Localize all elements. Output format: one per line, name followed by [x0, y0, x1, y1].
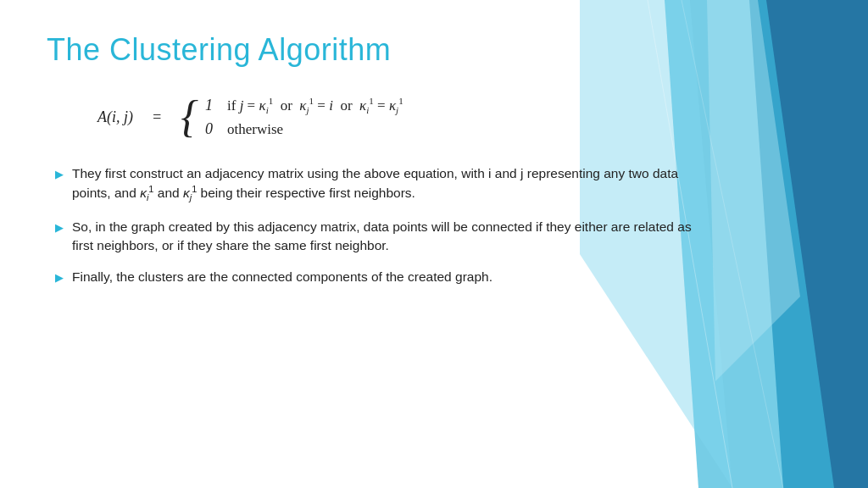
bullet-arrow-3	[55, 270, 64, 286]
bullet-text-2: So, in the graph created by this adjacen…	[72, 218, 699, 256]
bullet-arrow-2	[55, 220, 64, 236]
case-row-1: 1 if j = κi1 or κj1 = i or κi1 = κj1	[205, 96, 403, 115]
bullet-list: They first construct an adjacency matrix…	[47, 164, 821, 286]
formula-section: A(i, j) = { 1 if j = κi1 or κj1 = i or	[47, 95, 821, 139]
bullet-text-3: Finally, the clusters are the connected …	[72, 268, 699, 286]
cases-block: 1 if j = κi1 or κj1 = i or κi1 = κj1 0	[205, 96, 403, 138]
slide-content: The Clustering Algorithm A(i, j) = { 1 i…	[0, 0, 868, 324]
bullet-text-1: They first construct an adjacency matrix…	[72, 164, 699, 206]
bullet-arrow-1	[55, 167, 64, 183]
formula-cases: { 1 if j = κi1 or κj1 = i or κi1 = κj1	[181, 95, 403, 139]
formula-lhs: A(i, j)	[97, 108, 133, 126]
bullet-item-3: Finally, the clusters are the connected …	[55, 268, 699, 286]
otherwise-label: otherwise	[227, 121, 283, 138]
bullet-item-2: So, in the graph created by this adjacen…	[55, 218, 699, 256]
bullet-item-1: They first construct an adjacency matrix…	[55, 164, 699, 206]
left-brace: {	[181, 95, 198, 139]
slide-title: The Clustering Algorithm	[47, 32, 821, 68]
slide: The Clustering Algorithm A(i, j) = { 1 i…	[0, 0, 868, 488]
case-row-2: 0 otherwise	[205, 120, 403, 138]
formula-block: A(i, j) = { 1 if j = κi1 or κj1 = i or	[97, 95, 821, 139]
